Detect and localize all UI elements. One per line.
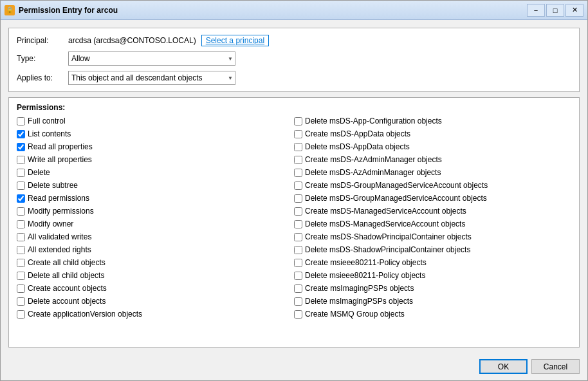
perm-row-right-13: Create msImagingPSPs objects [294, 282, 571, 295]
perm-row-left-13: Create account objects [17, 282, 294, 295]
perm-row-right-14: Delete msImagingPSPs objects [294, 295, 571, 308]
perm-checkbox-right-4[interactable] [294, 169, 302, 177]
perm-label-left-15: Create applicationVersion objects [28, 310, 142, 319]
perm-label-right-0: Delete msDS-App-Configuration objects [305, 116, 442, 125]
perm-label-right-1: Create msDS-AppData objects [305, 129, 410, 138]
perm-label-left-8: Modify owner [28, 219, 73, 228]
perm-row-right-2: Delete msDS-AppData objects [294, 140, 571, 153]
perm-label-right-7: Create msDS-ManagedServiceAccount object… [305, 207, 466, 216]
cancel-button[interactable]: Cancel [531, 359, 580, 374]
ok-button[interactable]: OK [479, 359, 528, 374]
perm-checkbox-right-14[interactable] [294, 297, 302, 306]
perm-checkbox-left-9[interactable] [17, 233, 25, 241]
perm-label-left-7: Modify permissions [28, 207, 94, 216]
permissions-scroll[interactable]: Full controlDelete msDS-App-Configuratio… [9, 115, 579, 347]
perm-row-right-3: Create msDS-AzAdminManager objects [294, 153, 571, 166]
perm-checkbox-right-12[interactable] [294, 272, 302, 280]
perm-checkbox-right-11[interactable] [294, 259, 302, 267]
perm-checkbox-left-14[interactable] [17, 297, 25, 306]
perm-row-left-9: All validated writes [17, 230, 294, 243]
perm-label-right-13: Create msImagingPSPs objects [305, 284, 414, 293]
perm-checkbox-left-5[interactable] [17, 181, 25, 190]
perm-label-left-2: Read all properties [28, 142, 93, 151]
permissions-grid: Full controlDelete msDS-App-Configuratio… [17, 115, 571, 321]
select-principal-button[interactable]: Select a principal [201, 35, 269, 46]
perm-checkbox-right-15[interactable] [294, 310, 302, 319]
perm-label-left-14: Delete account objects [28, 297, 106, 306]
perm-checkbox-left-12[interactable] [17, 272, 25, 280]
perm-checkbox-left-0[interactable] [17, 117, 25, 125]
perm-checkbox-right-8[interactable] [294, 220, 302, 228]
applies-to-label: Applies to: [17, 73, 68, 82]
form-section: Principal: arcdsa (arcdsa@CONTOSO.LOCAL)… [8, 28, 580, 92]
perm-checkbox-right-3[interactable] [294, 156, 302, 164]
perm-row-left-10: All extended rights [17, 243, 294, 256]
principal-row: Principal: arcdsa (arcdsa@CONTOSO.LOCAL)… [17, 35, 571, 46]
perm-checkbox-left-1[interactable] [17, 130, 25, 138]
perm-row-left-15: Create applicationVersion objects [17, 308, 294, 321]
principal-value: arcdsa (arcdsa@CONTOSO.LOCAL) [68, 36, 196, 45]
perm-label-left-10: All extended rights [28, 245, 91, 254]
perm-row-right-10: Delete msDS-ShadowPrincipalContainer obj… [294, 243, 571, 256]
perm-row-right-4: Delete msDS-AzAdminManager objects [294, 166, 571, 179]
applies-to-combo-wrapper: This object and all descendant objects [68, 71, 235, 85]
perm-checkbox-right-10[interactable] [294, 246, 302, 254]
title-bar-left: 🔒 Permission Entry for arcou [5, 5, 118, 15]
perm-checkbox-left-7[interactable] [17, 207, 25, 216]
perm-row-left-6: Read permissions [17, 192, 294, 205]
perm-label-right-8: Delete msDS-ManagedServiceAccount object… [305, 219, 465, 228]
dialog-icon: 🔒 [5, 5, 15, 15]
type-row: Type: Allow [17, 51, 571, 66]
perm-label-right-2: Delete msDS-AppData objects [305, 142, 410, 151]
perm-checkbox-left-15[interactable] [17, 310, 25, 319]
permissions-section: Permissions: Full controlDelete msDS-App… [8, 97, 580, 348]
perm-checkbox-right-7[interactable] [294, 207, 302, 216]
perm-label-left-13: Create account objects [28, 284, 107, 293]
perm-checkbox-left-8[interactable] [17, 220, 25, 228]
perm-checkbox-left-10[interactable] [17, 246, 25, 254]
perm-checkbox-right-9[interactable] [294, 233, 302, 241]
perm-label-left-6: Read permissions [28, 194, 89, 203]
perm-row-right-12: Delete msieee80211-Policy objects [294, 269, 571, 282]
perm-checkbox-right-5[interactable] [294, 181, 302, 190]
perm-checkbox-right-2[interactable] [294, 143, 302, 151]
perm-row-right-9: Create msDS-ShadowPrincipalContainer obj… [294, 230, 571, 243]
perm-checkbox-left-13[interactable] [17, 284, 25, 293]
perm-checkbox-left-2[interactable] [17, 143, 25, 151]
perm-checkbox-right-1[interactable] [294, 130, 302, 138]
perm-row-left-3: Write all properties [17, 153, 294, 166]
perm-label-right-14: Delete msImagingPSPs objects [305, 297, 413, 306]
principal-label: Principal: [17, 36, 68, 45]
applies-to-select[interactable]: This object and all descendant objects [68, 71, 235, 85]
minimize-button[interactable]: − [527, 4, 545, 17]
perm-label-left-11: Create all child objects [28, 258, 106, 267]
perm-row-left-11: Create all child objects [17, 256, 294, 269]
perm-row-left-5: Delete subtree [17, 179, 294, 192]
perm-label-right-4: Delete msDS-AzAdminManager objects [305, 168, 441, 177]
dialog-body: Principal: arcdsa (arcdsa@CONTOSO.LOCAL)… [1, 20, 587, 355]
perm-checkbox-left-3[interactable] [17, 156, 25, 164]
perm-checkbox-right-6[interactable] [294, 194, 302, 203]
perm-row-left-8: Modify owner [17, 218, 294, 230]
perm-label-right-12: Delete msieee80211-Policy objects [305, 271, 425, 280]
perm-checkbox-right-13[interactable] [294, 284, 302, 293]
maximize-button[interactable]: □ [546, 4, 564, 17]
perm-row-right-0: Delete msDS-App-Configuration objects [294, 115, 571, 127]
perm-label-right-6: Delete msDS-GroupManagedServiceAccount o… [305, 194, 487, 203]
perm-checkbox-left-11[interactable] [17, 259, 25, 267]
perm-row-left-14: Delete account objects [17, 295, 294, 308]
title-buttons: − □ ✕ [527, 4, 583, 17]
perm-row-left-4: Delete [17, 166, 294, 179]
perm-row-right-6: Delete msDS-GroupManagedServiceAccount o… [294, 192, 571, 205]
close-button[interactable]: ✕ [565, 4, 583, 17]
type-select[interactable]: Allow [68, 51, 235, 66]
perm-checkbox-left-6[interactable] [17, 194, 25, 203]
perm-checkbox-right-0[interactable] [294, 117, 302, 125]
perm-row-left-0: Full control [17, 115, 294, 127]
title-bar: 🔒 Permission Entry for arcou − □ ✕ [1, 1, 587, 20]
perm-label-right-10: Delete msDS-ShadowPrincipalContainer obj… [305, 245, 470, 254]
type-label: Type: [17, 54, 68, 63]
perm-label-left-3: Write all properties [28, 155, 92, 164]
perm-checkbox-left-4[interactable] [17, 169, 25, 177]
perm-label-right-11: Create msieee80211-Policy objects [305, 258, 427, 267]
